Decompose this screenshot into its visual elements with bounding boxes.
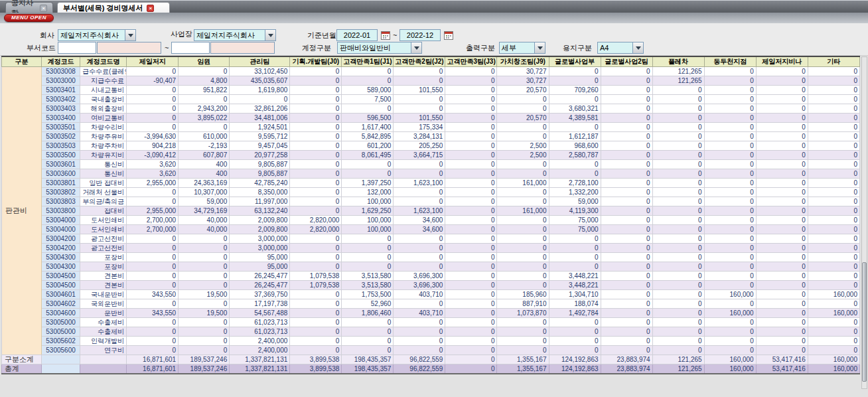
amount-cell: 0 (601, 132, 652, 141)
table-row[interactable]: 53005602인력개발비002,400,00000000000000 (2, 337, 860, 346)
amount-cell: 0 (290, 299, 342, 309)
dept-from-code-input[interactable] (58, 42, 96, 54)
menu-open-button[interactable]: MENU OPEN (4, 14, 54, 22)
table-row[interactable]: 53003801일반 접대비2,955,00024,363,16942,785,… (2, 179, 860, 188)
amount-cell: 0 (549, 95, 601, 104)
table-row[interactable]: 53003601통신비3,6204009,805,88700000000000 (2, 160, 860, 169)
column-header[interactable]: 플레차 (652, 56, 704, 67)
close-icon[interactable]: × (147, 5, 154, 12)
column-header[interactable]: 글로벌사업부 (549, 56, 601, 67)
table-row[interactable]: 53004200광고선전비003,000,00000000000000 (2, 244, 860, 253)
table-row[interactable]: 53003802거래처 선물비010,307,0008,350,0000132,… (2, 188, 860, 197)
close-icon[interactable]: × (40, 5, 47, 12)
table-row[interactable]: 53004601국내운반비343,55019,50037,369,75001,7… (2, 290, 860, 299)
dept-from-name-input[interactable] (97, 42, 161, 54)
amount-cell: 0 (394, 244, 445, 253)
table-row[interactable]: 53004200광고선전비003,000,00000000000000 (2, 234, 860, 244)
amount-cell: 0 (756, 299, 808, 309)
amount-cell: 0 (601, 281, 652, 290)
table-row[interactable]: 53004500견본비0026,245,4771,079,5383,513,58… (2, 272, 860, 281)
table-row[interactable]: 53005000수출제비0061,023,71300000000000 (2, 327, 860, 337)
table-row[interactable]: 53003000지급수수료-90,4074,800435,035,6070000… (2, 76, 860, 86)
tab-expense-statement[interactable]: 부서별(세목) 경비명세서 × (57, 2, 170, 13)
calendar-icon[interactable] (381, 31, 390, 40)
total-row[interactable]: 총계16,871,601189,537,2461,337,821,1313,89… (2, 364, 860, 374)
table-row[interactable]: 53003800접대비2,955,00034,729,16963,132,240… (2, 206, 860, 216)
period-to-input[interactable] (399, 29, 441, 41)
amount-cell: 0 (445, 141, 497, 151)
table-row[interactable]: 53003500차량유지비-3,090,412607,80720,977,258… (2, 151, 860, 160)
column-header[interactable]: 제일저지 (127, 56, 179, 67)
table-row[interactable]: 53003402국내출장비00007,500000000000 (2, 95, 860, 104)
column-header[interactable]: 고객만족2팀(J2) (394, 56, 445, 67)
amount-cell: 0 (808, 95, 859, 104)
amount-cell: 0 (704, 104, 756, 114)
column-header[interactable]: 글로벌사업2팀 (601, 56, 652, 67)
site-select[interactable]: 제일저지주식회사 (194, 29, 276, 41)
column-header[interactable]: 임원 (179, 56, 230, 67)
table-row[interactable]: 53003600통신비3,6204009,805,88700000000000 (2, 169, 860, 179)
table-row[interactable]: 53003803부의금/축의금059,00011,997,0000100,000… (2, 197, 860, 206)
column-header[interactable]: 계정코드명 (80, 56, 127, 67)
amount-cell: 3,448,221 (549, 281, 601, 290)
table-row[interactable]: 53003400여비교통비03,895,02234,481,0060596,50… (2, 114, 860, 123)
dept-to-code-input[interactable] (171, 42, 210, 54)
table-row[interactable]: 53003502차량주유비-3,994,630610,0009,595,7120… (2, 132, 860, 141)
column-header[interactable]: 계정코드 (42, 56, 80, 67)
output-type-select[interactable]: 세부 (499, 42, 545, 54)
table-row[interactable]: 53003501차량수리비001,924,50101,617,400175,33… (2, 123, 860, 132)
amount-cell: 0 (445, 318, 497, 327)
tab-notice[interactable]: 공지사항 × (5, 2, 53, 13)
amount-cell: 0 (601, 206, 652, 216)
amount-cell: -2,193 (179, 141, 230, 151)
table-row[interactable]: 53004300포장비0095,00000000000000 (2, 262, 860, 272)
amount-cell: 189,537,246 (179, 355, 230, 364)
amount-cell: 0 (394, 318, 445, 327)
account-name-cell: 지급수수료 (80, 76, 127, 86)
company-select[interactable]: 제일저지주식회사 (58, 29, 136, 41)
account-code-cell: 53004300 (42, 253, 80, 262)
amount-cell: 0 (601, 141, 652, 151)
period-from-input[interactable] (336, 29, 378, 41)
table-row[interactable]: 53004602국외운반비0017,197,738052,96000887,91… (2, 299, 860, 309)
table-row[interactable]: 53004000도서인쇄비2,700,00040,0002,009,8002,8… (2, 225, 860, 234)
table-row[interactable]: 53003403해외출장비02,943,20032,861,206000003,… (2, 104, 860, 114)
calendar-icon[interactable] (444, 31, 453, 40)
scrollbar-thumb[interactable] (862, 262, 867, 382)
column-header[interactable]: 제일저지비나 (756, 56, 808, 67)
column-header[interactable]: 관리팀 (230, 56, 290, 67)
table-row[interactable]: 53005000수출제비0061,023,71300000000000 (2, 318, 860, 327)
column-header[interactable]: 고객만족3팀(J3) (445, 56, 497, 67)
table-row[interactable]: 판관비53003008급수수료(클레임)0033,102,450000030,7… (2, 67, 860, 76)
vertical-scrollbar[interactable] (861, 56, 867, 389)
column-header[interactable]: 구분 (2, 56, 42, 67)
table-row[interactable]: 53004300포장비0095,00000000000000 (2, 253, 860, 262)
paper-type-select[interactable]: A4 (597, 42, 644, 54)
table-row[interactable]: 53003503차량주차비904,218-2,1939,457,0450601,… (2, 141, 860, 151)
amount-cell: 0 (445, 206, 497, 216)
amount-cell: 0 (497, 262, 549, 272)
account-code-cell: 53004600 (42, 309, 80, 318)
column-header[interactable]: 가치창조팀(J9) (497, 56, 549, 67)
table-row[interactable]: 53005600연구비002,400,00000000000000 (2, 346, 860, 355)
column-header[interactable]: 고객만족1팀(J1) (342, 56, 394, 67)
amount-cell: 0 (756, 188, 808, 197)
table-row[interactable]: 53004500견본비0026,245,4771,079,5383,513,58… (2, 281, 860, 290)
table-row[interactable]: 53003401시내교통비0951,8221,619,8000589,00010… (2, 86, 860, 95)
table-row[interactable]: 53004600운반비343,55019,50054,567,48801,806… (2, 309, 860, 318)
table-row[interactable]: 53004000도서인쇄비2,700,00040,0002,009,8002,8… (2, 216, 860, 225)
dept-to-name-input[interactable] (210, 42, 275, 54)
amount-cell: 0 (756, 123, 808, 132)
amount-cell: 1,806,460 (342, 309, 394, 318)
account-type-select[interactable]: 판매비와일반비 (337, 42, 422, 54)
amount-cell: 0 (445, 86, 497, 95)
subtotal-row[interactable]: 구분소계16,871,601189,537,2461,337,821,1313,… (2, 355, 860, 364)
column-header[interactable]: 동두천지점 (704, 56, 756, 67)
group-cell: 판관비 (2, 67, 42, 355)
column-header[interactable]: 기획.개발팀(J0) (290, 56, 342, 67)
amount-cell: 0 (652, 318, 704, 327)
amount-cell: 0 (290, 169, 342, 179)
column-header[interactable]: 기타 (808, 56, 859, 67)
amount-cell: 0 (756, 104, 808, 114)
filter-panel: 회사 제일저지주식회사 사업장 제일저지주식회사 기준년월 ~ (0, 23, 868, 56)
